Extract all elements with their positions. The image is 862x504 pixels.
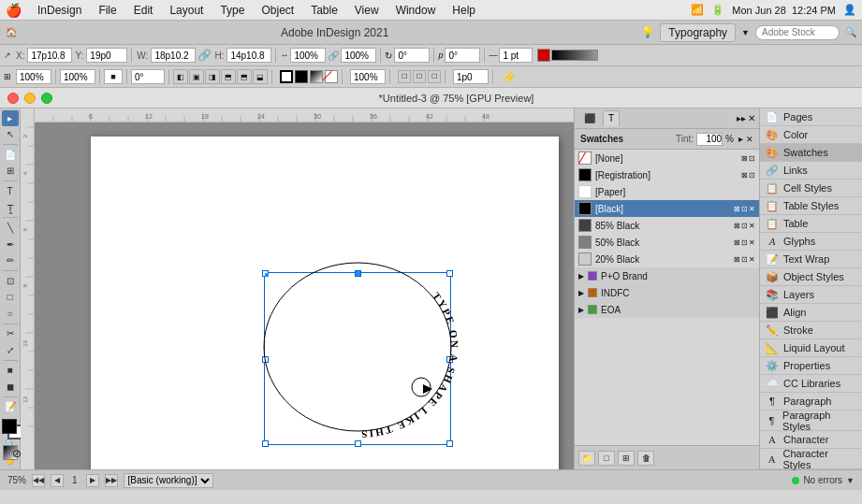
swatch-group-eoa[interactable]: ▶ EOA bbox=[575, 301, 759, 318]
panel-properties[interactable]: ⚙️ Properties bbox=[760, 357, 862, 375]
fill-box-icon[interactable] bbox=[295, 70, 308, 83]
menu-file[interactable]: File bbox=[92, 3, 123, 18]
chain-icon[interactable]: 🔗 bbox=[197, 49, 212, 62]
note-tool[interactable]: 📝 bbox=[2, 399, 19, 415]
swatch-85black[interactable]: 85% Black ⊠ ⊡ ✕ bbox=[575, 217, 759, 234]
free-transform-tool[interactable]: ⤢ bbox=[2, 342, 19, 358]
swatch-registration[interactable]: [Registration] ⊠ ⊡ bbox=[575, 166, 759, 183]
scale-y-input[interactable] bbox=[341, 48, 376, 63]
lightbulb-icon[interactable]: 💡 bbox=[641, 26, 654, 38]
swatch-50black[interactable]: 50% Black ⊠ ⊡ ✕ bbox=[575, 234, 759, 251]
menu-object[interactable]: Object bbox=[255, 3, 300, 18]
swatch-20black[interactable]: 20% Black ⊠ ⊡ ✕ bbox=[575, 251, 759, 267]
page-tool[interactable]: 📄 bbox=[2, 147, 19, 163]
swatch-group-po-brand[interactable]: ▶ P+O Brand bbox=[575, 267, 759, 284]
align-center-h-btn[interactable]: ▣ bbox=[189, 69, 204, 84]
panel-table-styles[interactable]: 📋 Table Styles bbox=[760, 197, 862, 215]
new-color-group-btn[interactable]: 📁 bbox=[578, 451, 595, 466]
page-ref-input[interactable] bbox=[453, 69, 489, 84]
menu-layout[interactable]: Layout bbox=[163, 3, 210, 18]
stroke-weight-input[interactable] bbox=[499, 48, 533, 63]
swatch-paper[interactable]: [Paper] bbox=[575, 183, 759, 200]
menu-table[interactable]: Table bbox=[304, 3, 344, 18]
home-icon[interactable]: 🏠 bbox=[6, 27, 17, 37]
shear-input[interactable] bbox=[445, 48, 480, 63]
menu-window[interactable]: Window bbox=[389, 3, 443, 18]
tint-input[interactable] bbox=[696, 133, 723, 146]
scissors-tool[interactable]: ✂ bbox=[2, 326, 19, 342]
menu-edit[interactable]: Edit bbox=[127, 3, 160, 18]
delete-swatch-btn[interactable]: 🗑 bbox=[637, 451, 654, 466]
panel-glyphs[interactable]: A Glyphs bbox=[760, 233, 862, 251]
panel-stroke[interactable]: ✏️ Stroke bbox=[760, 322, 862, 339]
swatch-group-indfc[interactable]: ▶ INDFC bbox=[575, 284, 759, 301]
apple-logo-icon[interactable]: 🍎 bbox=[6, 3, 22, 18]
panel-paragraph-styles[interactable]: ¶ Paragraph Styles bbox=[760, 410, 862, 431]
tint-menu-btn[interactable]: ✕ bbox=[746, 135, 753, 144]
rect-tool[interactable]: □ bbox=[2, 289, 19, 305]
scale-pct2-input[interactable] bbox=[60, 69, 95, 84]
tab-swatches[interactable]: T bbox=[603, 110, 620, 126]
fill-icon[interactable] bbox=[537, 49, 550, 62]
panel-cell-styles[interactable]: 📋 Cell Styles bbox=[760, 180, 862, 197]
none-icon[interactable] bbox=[325, 70, 338, 83]
workspace-dropdown-icon[interactable]: ▼ bbox=[741, 28, 750, 37]
menu-type[interactable]: Type bbox=[213, 3, 251, 18]
align-top-btn[interactable]: ⬒ bbox=[221, 69, 236, 84]
align-right-btn[interactable]: ◨ bbox=[205, 69, 220, 84]
menu-indesign[interactable]: InDesign bbox=[31, 3, 88, 18]
panel-swatches[interactable]: 🎨 Swatches bbox=[760, 144, 862, 162]
next-page-btn[interactable]: ▶ bbox=[86, 474, 99, 487]
panel-cc-libraries[interactable]: ☁️ CC Libraries bbox=[760, 375, 862, 393]
panel-pages[interactable]: 📄 Pages bbox=[760, 108, 862, 126]
w-input[interactable] bbox=[151, 48, 196, 63]
maximize-button[interactable] bbox=[41, 93, 52, 104]
swatch-black[interactable]: [Black] ⊠ ⊡ ✕ bbox=[575, 200, 759, 217]
panel-table[interactable]: 📋 Table bbox=[760, 215, 862, 233]
gradient-feather-tool[interactable]: ◼ bbox=[2, 379, 19, 395]
line-tool[interactable]: ╲ bbox=[2, 220, 19, 236]
search-input[interactable] bbox=[755, 25, 840, 40]
next-page-btn2[interactable]: ▶▶ bbox=[105, 474, 118, 487]
rect-frame-tool[interactable]: ⊡ bbox=[2, 273, 19, 289]
zoom-input[interactable] bbox=[350, 69, 386, 84]
tab-swatches-icon[interactable]: ⬛ bbox=[578, 110, 601, 126]
panel-text-wrap[interactable]: 📝 Text Wrap bbox=[760, 251, 862, 268]
panel-object-styles[interactable]: 📦 Object Styles bbox=[760, 268, 862, 286]
minimize-button[interactable] bbox=[24, 93, 36, 104]
panel-close-btn[interactable]: ✕ bbox=[748, 113, 755, 123]
h-input[interactable] bbox=[226, 48, 271, 63]
panel-liquid-layout[interactable]: 📐 Liquid Layout bbox=[760, 339, 862, 357]
workspace-selector[interactable]: Typography bbox=[660, 23, 736, 42]
gradient-icon[interactable] bbox=[310, 70, 323, 83]
view-mode-btn[interactable]: ☐ bbox=[398, 70, 411, 83]
type-path-tool[interactable]: T̰ bbox=[2, 200, 19, 216]
prev-page-btn2[interactable]: ◀ bbox=[51, 474, 64, 487]
scale-x-input[interactable] bbox=[290, 48, 326, 63]
y-input[interactable] bbox=[86, 48, 127, 63]
scale-pct-input[interactable] bbox=[16, 69, 51, 84]
pencil-tool[interactable]: ✏ bbox=[2, 252, 19, 268]
panel-align[interactable]: ⬛ Align bbox=[760, 304, 862, 322]
frame-btn[interactable]: ☐ bbox=[413, 70, 426, 83]
panel-layers[interactable]: 📚 Layers bbox=[760, 286, 862, 304]
search-icon[interactable]: 🔍 bbox=[845, 27, 856, 37]
working-style-select[interactable]: [Basic (working)] bbox=[124, 473, 213, 488]
align-bottom-btn[interactable]: ⬓ bbox=[253, 69, 268, 84]
stroke-box-icon[interactable] bbox=[280, 70, 293, 83]
gradient-swatch-tool[interactable]: ■ bbox=[2, 363, 19, 379]
menu-view[interactable]: View bbox=[348, 3, 386, 18]
panel-color[interactable]: 🎨 Color bbox=[760, 126, 862, 144]
panel-character[interactable]: A Character bbox=[760, 431, 862, 449]
x-input[interactable] bbox=[27, 48, 72, 63]
fill-swatch[interactable] bbox=[2, 419, 17, 434]
quick-apply-btn[interactable]: ⚡ bbox=[501, 69, 517, 84]
swatch-none[interactable]: [None] ⊠ ⊡ bbox=[575, 150, 759, 166]
constrain-scale-icon[interactable]: 🔗 bbox=[328, 50, 339, 61]
align-left-btn[interactable]: ◧ bbox=[173, 69, 188, 84]
panel-links[interactable]: 🔗 Links bbox=[760, 162, 862, 180]
swatch-options-btn[interactable]: ⊞ bbox=[618, 451, 635, 466]
direct-select-tool[interactable]: ↖ bbox=[2, 127, 19, 143]
ellipse-tool[interactable]: ○ bbox=[2, 306, 19, 322]
close-button[interactable] bbox=[7, 93, 19, 104]
